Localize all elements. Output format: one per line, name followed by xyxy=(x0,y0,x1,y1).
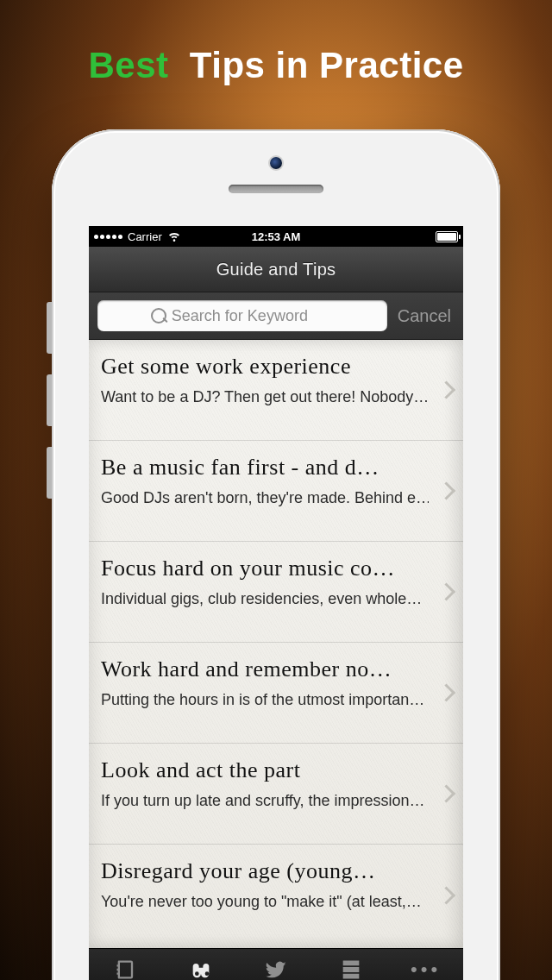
page-title: Guide and Tips xyxy=(216,260,336,280)
more-icon: ••• xyxy=(411,958,441,981)
wifi-icon xyxy=(167,229,181,244)
tip-subtitle: Putting the hours in is of the utmost im… xyxy=(101,691,429,709)
list-item[interactable]: Get some work experience Want to be a DJ… xyxy=(89,340,463,441)
tip-subtitle: Individual gigs, club residencies, even … xyxy=(101,590,429,608)
tab-videos[interactable]: Videos xyxy=(313,949,388,980)
drawers-icon xyxy=(339,958,363,981)
headline-rest: Tips in Practice xyxy=(190,45,464,85)
chevron-right-icon xyxy=(437,380,455,399)
tip-title: Work hard and remember no… xyxy=(101,656,429,682)
tip-subtitle: Want to be a DJ? Then get out there! Nob… xyxy=(101,388,429,406)
tip-title: Be a music fan first - and d… xyxy=(101,455,429,481)
tips-list[interactable]: Get some work experience Want to be a DJ… xyxy=(89,340,463,948)
chevron-right-icon xyxy=(437,683,455,701)
search-icon xyxy=(151,308,166,324)
tab-more[interactable]: ••• More xyxy=(388,949,463,980)
earpiece-speaker xyxy=(229,185,323,193)
headline-highlight: Best xyxy=(88,45,168,85)
list-item[interactable]: Be a music fan first - and d… Good DJs a… xyxy=(89,441,463,542)
list-item[interactable]: Focus hard on your music co… Individual … xyxy=(89,542,463,643)
tab-tips[interactable]: Tips xyxy=(164,949,239,980)
chevron-right-icon xyxy=(437,582,455,600)
tip-title: Focus hard on your music co… xyxy=(101,556,429,581)
search-placeholder: Search for Keyword xyxy=(172,307,308,325)
notebook-icon xyxy=(114,958,138,981)
search-bar: Search for Keyword Cancel xyxy=(89,292,463,340)
tab-bar: Know How Tips tweets xyxy=(89,948,463,980)
twitter-icon xyxy=(264,958,288,981)
clock-label: 12:53 AM xyxy=(252,230,301,243)
device-screen: Carrier 12:53 AM Guide and Tips Searc xyxy=(89,226,463,980)
cancel-button[interactable]: Cancel xyxy=(394,306,455,326)
tip-title: Disregard your age (young… xyxy=(101,858,429,884)
marketing-headline: Best Tips in Practice xyxy=(0,45,552,86)
status-bar: Carrier 12:53 AM xyxy=(89,226,463,247)
device-frame: Carrier 12:53 AM Guide and Tips Searc xyxy=(52,129,500,980)
list-item[interactable]: Look and act the part If you turn up lat… xyxy=(89,744,463,845)
tab-tweets[interactable]: tweets xyxy=(239,949,314,980)
battery-icon xyxy=(436,231,458,242)
search-input[interactable]: Search for Keyword xyxy=(97,300,387,331)
nav-title-bar: Guide and Tips xyxy=(89,247,463,292)
binoculars-icon xyxy=(189,958,213,981)
tip-subtitle: If you turn up late and scruffy, the imp… xyxy=(101,792,429,810)
signal-icon xyxy=(94,235,122,239)
carrier-label: Carrier xyxy=(128,230,162,243)
tab-know-how[interactable]: Know How xyxy=(89,949,164,980)
tip-title: Get some work experience xyxy=(101,354,429,380)
tip-subtitle: You're never too young to "make it" (at … xyxy=(101,893,429,911)
chevron-right-icon xyxy=(437,784,455,802)
camera-dot xyxy=(270,157,282,169)
tip-title: Look and act the part xyxy=(101,757,429,783)
tip-subtitle: Good DJs aren't born, they're made. Behi… xyxy=(101,489,429,507)
list-item[interactable]: Work hard and remember no… Putting the h… xyxy=(89,643,463,744)
list-item[interactable]: Disregard your age (young… You're never … xyxy=(89,845,463,945)
chevron-right-icon xyxy=(437,886,455,904)
chevron-right-icon xyxy=(437,481,455,499)
